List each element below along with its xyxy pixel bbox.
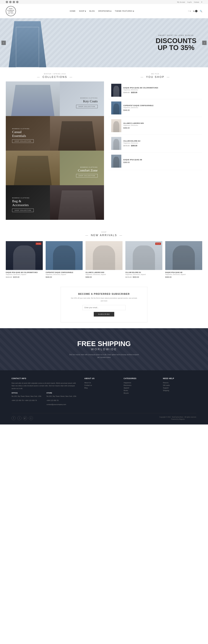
sub-desc: Get 15% off your next order. Be the firs…: [69, 297, 139, 302]
product-name-3: ULLAMCO LABORIS NISI: [123, 122, 199, 124]
new-price-1: $325.00: [131, 92, 137, 94]
about-link-1[interactable]: Contact us: [84, 384, 118, 386]
collection-key-coats[interactable]: WOMENS CLOTHING Key Coats SHOP COLLECTIO…: [6, 82, 104, 116]
key-coats-model: [6, 82, 60, 116]
footer-youtube-icon[interactable]: y: [29, 416, 33, 420]
my-account-link[interactable]: My Account: [177, 1, 185, 3]
you-shop-product-1[interactable]: EAQUE IPSA QUAE AB COLORSWATCHES Happine…: [108, 82, 202, 99]
slider-next-btn[interactable]: ›: [202, 41, 206, 45]
casual-btn[interactable]: SHOP COLLECTION: [12, 140, 34, 143]
office-title: OFFICE: [12, 392, 44, 394]
you-shop-product-4[interactable]: CILLUM DOLORE EU Happiness, Electronics …: [108, 134, 202, 152]
arrival-card-4[interactable]: SALE CILLUM DOLORE EU Happiness, Electro…: [125, 241, 162, 278]
store-phone: +844 123 456 78: [47, 399, 79, 402]
footer-contact-title: CONTACT INFO: [12, 378, 79, 380]
arrival-card-3[interactable]: ULLAMCO LABORIS NISI Happiness, Electron…: [85, 241, 123, 278]
main-nav: HOME SHOP ▾ BLOG DROPDOWN ▾ THEME FEATUR…: [70, 10, 134, 12]
cat-link-2[interactable]: Apparel: [124, 387, 157, 389]
old-price-1: $349.00: [123, 92, 130, 94]
arrival-img-1: SALE: [6, 241, 43, 270]
help-link-2[interactable]: Support: [163, 387, 196, 389]
about-link-0[interactable]: About Us: [84, 382, 118, 384]
you-shop-product-2[interactable]: CUPIDATAT EAQUE CONFIGURABLE Happiness, …: [108, 99, 202, 117]
footer-twitter-icon[interactable]: t: [17, 416, 21, 420]
arrival-card-2[interactable]: CUPIDATAT EAQUE CONFIGURABLE Happiness, …: [46, 241, 83, 278]
bags-label: WOMENS CLOTHING: [12, 197, 34, 198]
collection-bags[interactable]: WOMENS CLOTHING Bag &Accessories SHOP CO…: [6, 185, 104, 220]
collections-header: WINTER / SPRING 2016 COLLECTIONS: [6, 67, 104, 82]
product-name-5: EAQUE IPSA QUAE AB: [123, 159, 199, 160]
collection-casual[interactable]: WOMENS CLOTHING CasualEssentials SHOP CO…: [6, 116, 104, 150]
logo-line1: NEW: [7, 8, 14, 10]
footer-cat-title: CATEGORIES: [124, 378, 157, 380]
language-selector[interactable]: German: [194, 1, 199, 3]
office-phone: +844 123 456 78 / +844 123 456 79: [12, 399, 44, 402]
cat-link-4[interactable]: Bicycle: [124, 392, 157, 394]
logo-line2: FASHION: [7, 10, 14, 12]
bags-btn[interactable]: SHOP COLLECTION: [12, 208, 34, 212]
chevron-down-icon: ▾: [110, 10, 111, 12]
arrival-card-1[interactable]: SALE EAQUE IPSA QUAE AB COLORSWATCHES Ha…: [6, 241, 43, 278]
key-coats-btn[interactable]: SHOP COLLECTION: [76, 105, 98, 108]
nav-shop[interactable]: SHOP ▾: [79, 10, 86, 12]
hero-title-line2: UP TO 35%: [156, 44, 196, 51]
key-coats-content: WOMENS CLOTHING Key Coats SHOP COLLECTIO…: [73, 94, 101, 112]
product-info-5: EAQUE IPSA QUAE AB $369.00: [123, 159, 199, 164]
header: NEW FASHION STORE EST. 2015 HOME SHOP ▾ …: [0, 4, 208, 18]
youtube-icon[interactable]: y: [13, 1, 15, 3]
subscribe-btn[interactable]: SUBSCRIBE: [94, 312, 114, 316]
footer-help: NEED HELP Returns Gift cards Support Shi…: [163, 378, 196, 407]
arrival-old-1: $349.00: [6, 276, 12, 278]
help-link-0[interactable]: Returns: [163, 382, 196, 384]
store-email: contact@yourcompany.com: [47, 403, 79, 406]
slider-prev-btn[interactable]: ‹: [2, 41, 6, 45]
comfort-btn[interactable]: SHOP COLLECTION: [76, 174, 98, 178]
comfort-title: Comfort Zone: [76, 168, 98, 172]
nav-dropdown[interactable]: DROPDOWN ▾: [98, 10, 111, 12]
comfort-label: WOMENS CLOTHING: [76, 166, 98, 168]
logo[interactable]: NEW FASHION STORE EST. 2015: [6, 6, 16, 16]
product-info-3: ULLAMCO LABORIS NISI Happiness, Electron…: [123, 122, 199, 129]
instagram-icon[interactable]: i: [16, 1, 19, 3]
arrival-card-5[interactable]: EAQUE IPSA QUAE AB Happiness, Electronic…: [165, 241, 202, 278]
twitter-icon[interactable]: t: [9, 1, 12, 3]
sub-form: SUBSCRIBE: [69, 305, 139, 316]
header-icons: ♡ 0 🛍 0 🔍: [188, 10, 202, 12]
you-shop-product-5[interactable]: EAQUE IPSA QUAE AB $369.00: [108, 152, 202, 170]
login-link[interactable]: Log In: [187, 1, 192, 3]
you-shop-section: WE PICK YOU SHOP EAQUE IPSA QUAE AB COLO…: [104, 67, 202, 220]
cat-link-3[interactable]: Books: [124, 390, 157, 391]
arrival-name-5: EAQUE IPSA QUAE AB: [165, 272, 202, 273]
help-link-1[interactable]: Gift cards: [163, 384, 196, 386]
footer-gplus-icon[interactable]: g+: [23, 416, 27, 420]
shop-label: SHOP: [6, 231, 202, 233]
cat-link-0[interactable]: Happiness: [124, 382, 157, 384]
collection-comfort[interactable]: WOMENS CLOTHING Comfort Zone SHOP COLLEC…: [6, 150, 104, 185]
arrival-price-1: $349.00 $325.00: [6, 276, 43, 278]
footer-bottom: f t g+ y Copyright © 2015 · NewFashionSt…: [12, 413, 196, 420]
nav-theme-features[interactable]: THEME FEATURES ▾: [115, 10, 134, 12]
email-input[interactable]: [82, 305, 126, 310]
logo-year: EST. 2015: [7, 13, 14, 14]
product-cat-1: Happiness, Electronics: [123, 89, 199, 91]
help-link-3[interactable]: Shipping: [163, 390, 196, 391]
you-shop-product-3[interactable]: ULLAMCO LABORIS NISI Happiness, Electron…: [108, 117, 202, 134]
cart-count: 0: [195, 10, 197, 12]
cart-btn[interactable]: 🛍 0: [193, 10, 197, 12]
nav-home[interactable]: HOME: [70, 10, 75, 12]
footer-facebook-icon[interactable]: f: [12, 416, 16, 420]
arrival-name-1: EAQUE IPSA QUAE AB COLORSWATCHES: [6, 272, 43, 273]
product-thumb-4: [111, 137, 121, 150]
facebook-icon[interactable]: f: [6, 1, 8, 3]
wishlist-count: 0: [190, 10, 191, 12]
product-thumb-1: [111, 84, 121, 97]
footer: CONTACT INFO Duis sed odio sit amet nibh…: [0, 370, 208, 424]
footer-help-title: NEED HELP: [163, 378, 196, 380]
cat-link-1[interactable]: Electronics: [124, 384, 157, 386]
wishlist-btn[interactable]: ♡ 0: [188, 10, 191, 12]
about-link-2[interactable]: Blog: [84, 387, 118, 389]
search-icon[interactable]: 🔍: [200, 10, 202, 12]
footer-powered: Powered by Magento: [159, 418, 196, 420]
nav-blog[interactable]: BLOG: [89, 10, 95, 12]
new-arrivals-section: SHOP NEW ARRIVALS SALE EAQUE IPSA QUAE A…: [0, 226, 208, 284]
